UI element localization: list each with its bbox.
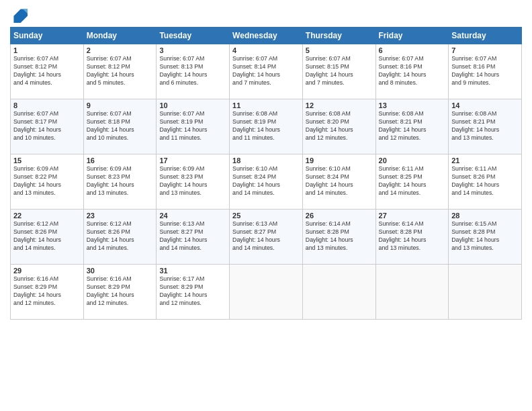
cell-info: Sunrise: 6:09 AMSunset: 8:23 PMDaylight:…: [159, 165, 226, 197]
cell: 24Sunrise: 6:13 AMSunset: 8:27 PMDayligh…: [157, 210, 230, 265]
cell-info: Sunrise: 6:16 AMSunset: 8:29 PMDaylight:…: [87, 275, 154, 308]
cell: 31Sunrise: 6:17 AMSunset: 8:29 PMDayligh…: [157, 265, 230, 320]
cell: 21Sunrise: 6:11 AMSunset: 8:26 PMDayligh…: [449, 154, 522, 210]
cell: 16Sunrise: 6:09 AMSunset: 8:23 PMDayligh…: [83, 154, 157, 210]
cell-info: Sunrise: 6:12 AMSunset: 8:26 PMDaylight:…: [13, 220, 81, 253]
cell-info: Sunrise: 6:07 AMSunset: 8:12 PMDaylight:…: [13, 55, 81, 87]
cell-info: Sunrise: 6:07 AMSunset: 8:16 PMDaylight:…: [379, 55, 446, 87]
cell-info: Sunrise: 6:17 AMSunset: 8:29 PMDaylight:…: [159, 275, 226, 308]
day-number: 9: [87, 101, 154, 109]
day-number: 4: [232, 46, 300, 54]
day-number: 1: [13, 46, 81, 54]
day-number: 10: [159, 101, 226, 109]
day-number: 20: [379, 156, 446, 165]
cell: 18Sunrise: 6:10 AMSunset: 8:24 PMDayligh…: [230, 154, 303, 210]
cell: 5Sunrise: 6:07 AMSunset: 8:15 PMDaylight…: [302, 44, 375, 99]
cell-info: Sunrise: 6:15 AMSunset: 8:28 PMDaylight:…: [451, 220, 519, 253]
day-number: 5: [306, 46, 373, 54]
day-number: 14: [451, 101, 519, 109]
cell: 30Sunrise: 6:16 AMSunset: 8:29 PMDayligh…: [83, 265, 157, 320]
cell-info: Sunrise: 6:08 AMSunset: 8:20 PMDaylight:…: [306, 110, 373, 142]
day-number: 22: [13, 212, 81, 220]
cell-info: Sunrise: 6:13 AMSunset: 8:27 PMDaylight:…: [232, 220, 300, 253]
week-row-5: 29Sunrise: 6:16 AMSunset: 8:29 PMDayligh…: [11, 265, 522, 320]
cell: [302, 265, 375, 320]
day-number: 16: [87, 156, 154, 165]
cell: 11Sunrise: 6:08 AMSunset: 8:19 PMDayligh…: [230, 99, 303, 154]
cell-info: Sunrise: 6:07 AMSunset: 8:15 PMDaylight:…: [306, 55, 373, 87]
col-header-tuesday: Tuesday: [157, 28, 230, 44]
day-number: 13: [379, 101, 446, 109]
day-number: 17: [159, 156, 226, 165]
cell: [375, 265, 449, 320]
cell: 27Sunrise: 6:14 AMSunset: 8:28 PMDayligh…: [375, 210, 449, 265]
header-row: SundayMondayTuesdayWednesdayThursdayFrid…: [11, 28, 522, 44]
day-number: 7: [451, 46, 519, 54]
day-number: 21: [451, 156, 519, 165]
day-number: 28: [451, 212, 519, 220]
cell-info: Sunrise: 6:09 AMSunset: 8:23 PMDaylight:…: [87, 165, 154, 197]
day-number: 26: [306, 212, 373, 220]
cell: 9Sunrise: 6:07 AMSunset: 8:18 PMDaylight…: [83, 99, 157, 154]
week-row-4: 22Sunrise: 6:12 AMSunset: 8:26 PMDayligh…: [11, 210, 522, 265]
cell-info: Sunrise: 6:10 AMSunset: 8:24 PMDaylight:…: [232, 165, 300, 197]
col-header-wednesday: Wednesday: [230, 28, 303, 44]
col-header-monday: Monday: [83, 28, 157, 44]
cell: 1Sunrise: 6:07 AMSunset: 8:12 PMDaylight…: [11, 44, 84, 99]
cell-info: Sunrise: 6:07 AMSunset: 8:18 PMDaylight:…: [87, 110, 154, 142]
cell-info: Sunrise: 6:14 AMSunset: 8:28 PMDaylight:…: [379, 220, 446, 253]
cell-info: Sunrise: 6:11 AMSunset: 8:26 PMDaylight:…: [451, 165, 519, 197]
cell: 15Sunrise: 6:09 AMSunset: 8:22 PMDayligh…: [11, 154, 84, 210]
cell-info: Sunrise: 6:10 AMSunset: 8:24 PMDaylight:…: [306, 165, 373, 197]
cell: 14Sunrise: 6:08 AMSunset: 8:21 PMDayligh…: [449, 99, 522, 154]
page: SundayMondayTuesdayWednesdayThursdayFrid…: [0, 0, 532, 411]
cell: [230, 265, 303, 320]
calendar-table: SundayMondayTuesdayWednesdayThursdayFrid…: [10, 27, 522, 320]
day-number: 18: [232, 156, 300, 165]
day-number: 11: [232, 101, 300, 109]
cell-info: Sunrise: 6:11 AMSunset: 8:25 PMDaylight:…: [379, 165, 446, 197]
cell-info: Sunrise: 6:16 AMSunset: 8:29 PMDaylight:…: [13, 275, 81, 308]
cell: 6Sunrise: 6:07 AMSunset: 8:16 PMDaylight…: [375, 44, 449, 99]
cell: 20Sunrise: 6:11 AMSunset: 8:25 PMDayligh…: [375, 154, 449, 210]
cell-info: Sunrise: 6:13 AMSunset: 8:27 PMDaylight:…: [159, 220, 226, 253]
day-number: 27: [379, 212, 446, 220]
cell: 4Sunrise: 6:07 AMSunset: 8:14 PMDaylight…: [230, 44, 303, 99]
cell: 2Sunrise: 6:07 AMSunset: 8:12 PMDaylight…: [83, 44, 157, 99]
day-number: 12: [306, 101, 373, 109]
week-row-2: 8Sunrise: 6:07 AMSunset: 8:17 PMDaylight…: [11, 99, 522, 154]
col-header-thursday: Thursday: [302, 28, 375, 44]
cell-info: Sunrise: 6:07 AMSunset: 8:17 PMDaylight:…: [13, 110, 81, 142]
col-header-sunday: Sunday: [11, 28, 84, 44]
cell-info: Sunrise: 6:07 AMSunset: 8:16 PMDaylight:…: [451, 55, 519, 87]
day-number: 19: [306, 156, 373, 165]
cell-info: Sunrise: 6:07 AMSunset: 8:19 PMDaylight:…: [159, 110, 226, 142]
day-number: 3: [159, 46, 226, 54]
cell: [449, 265, 522, 320]
logo: [10, 7, 32, 23]
cell-info: Sunrise: 6:07 AMSunset: 8:13 PMDaylight:…: [159, 55, 226, 87]
cell: 25Sunrise: 6:13 AMSunset: 8:27 PMDayligh…: [230, 210, 303, 265]
day-number: 15: [13, 156, 81, 165]
cell-info: Sunrise: 6:08 AMSunset: 8:21 PMDaylight:…: [451, 110, 519, 142]
cell: 13Sunrise: 6:08 AMSunset: 8:21 PMDayligh…: [375, 99, 449, 154]
day-number: 6: [379, 46, 446, 54]
day-number: 23: [87, 212, 154, 220]
col-header-friday: Friday: [375, 28, 449, 44]
header: [10, 7, 522, 23]
day-number: 30: [87, 267, 154, 275]
cell-info: Sunrise: 6:09 AMSunset: 8:22 PMDaylight:…: [13, 165, 81, 197]
cell: 29Sunrise: 6:16 AMSunset: 8:29 PMDayligh…: [11, 265, 84, 320]
cell: 3Sunrise: 6:07 AMSunset: 8:13 PMDaylight…: [157, 44, 230, 99]
day-number: 2: [87, 46, 154, 54]
day-number: 25: [232, 212, 300, 220]
cell-info: Sunrise: 6:07 AMSunset: 8:12 PMDaylight:…: [87, 55, 154, 87]
cell: 10Sunrise: 6:07 AMSunset: 8:19 PMDayligh…: [157, 99, 230, 154]
day-number: 31: [159, 267, 226, 275]
cell-info: Sunrise: 6:12 AMSunset: 8:26 PMDaylight:…: [87, 220, 154, 253]
week-row-1: 1Sunrise: 6:07 AMSunset: 8:12 PMDaylight…: [11, 44, 522, 99]
cell: 26Sunrise: 6:14 AMSunset: 8:28 PMDayligh…: [302, 210, 375, 265]
day-number: 24: [159, 212, 226, 220]
cell-info: Sunrise: 6:14 AMSunset: 8:28 PMDaylight:…: [306, 220, 373, 253]
day-number: 29: [13, 267, 81, 275]
